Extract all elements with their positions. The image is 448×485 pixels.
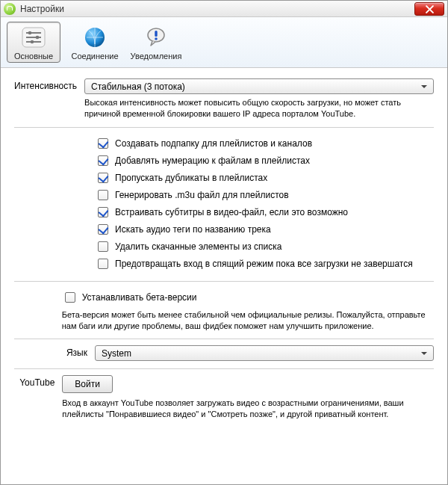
intensity-value: Стабильная (3 потока) (91, 81, 185, 92)
option-checkbox[interactable] (98, 190, 108, 200)
svg-point-6 (31, 40, 34, 44)
row-options: Создавать подпапку для плейлистов и кана… (14, 134, 434, 274)
beta-label[interactable]: Устанавливать бета-версии (82, 292, 197, 303)
close-button[interactable] (414, 2, 444, 16)
app-icon (4, 3, 16, 15)
youtube-login-label: Войти (75, 379, 100, 389)
separator (14, 127, 434, 128)
close-icon (426, 5, 434, 13)
intensity-select[interactable]: Стабильная (3 потока) (84, 78, 434, 94)
option-checkbox[interactable] (98, 138, 108, 149)
option-checkbox[interactable] (98, 224, 108, 235)
tab-notifications[interactable]: Уведомления (129, 22, 183, 63)
row-intensity: Интенсивность Стабильная (3 потока) Высо… (14, 78, 434, 120)
svg-rect-9 (155, 31, 157, 37)
option-row: Встраивать субтитры в видео-файл, если э… (95, 205, 434, 220)
option-row: Искать аудио теги по названию трека (95, 222, 434, 237)
option-label[interactable]: Предотвращать вход в спящий режим пока в… (115, 259, 413, 269)
alert-icon (143, 25, 169, 50)
option-label[interactable]: Пропускать дубликаты в плейлистах (115, 173, 267, 183)
option-label[interactable]: Искать аудио теги по названию трека (115, 224, 271, 235)
window-title: Настройки (20, 4, 64, 14)
youtube-label: YouTube (14, 375, 62, 388)
separator (14, 368, 434, 369)
intensity-label: Интенсивность (14, 78, 84, 91)
row-youtube: YouTube Войти Вход в аккаунт YouTube поз… (14, 375, 434, 420)
toolbar: Основные Соединение (1, 17, 447, 68)
option-checkbox[interactable] (98, 155, 108, 166)
svg-point-5 (36, 36, 40, 40)
tab-connection-label: Соединение (71, 52, 118, 61)
option-checkbox[interactable] (98, 173, 108, 183)
tab-general-label: Основные (14, 52, 53, 61)
option-label[interactable]: Создавать подпапку для плейлистов и кана… (115, 138, 312, 149)
row-beta: Устанавливать бета-версии Бета-версия мо… (14, 288, 434, 332)
option-label[interactable]: Генерировать .m3u файл для плейлистов (115, 190, 289, 200)
option-label[interactable]: Удалить скачанные элементы из списка (115, 241, 281, 252)
option-row: Предотвращать вход в спящий режим пока в… (95, 256, 434, 271)
svg-point-10 (155, 37, 158, 40)
tab-connection[interactable]: Соединение (68, 22, 122, 63)
youtube-login-button[interactable]: Войти (62, 375, 113, 393)
option-row: Пропускать дубликаты в плейлистах (95, 170, 434, 185)
sliders-icon (21, 25, 46, 50)
option-row: Добавлять нумерацию к файлам в плейлиста… (95, 153, 434, 168)
separator (14, 339, 434, 339)
row-language: Язык System (14, 345, 434, 361)
svg-point-4 (28, 31, 32, 35)
option-checkbox[interactable] (98, 207, 108, 217)
tab-notifications-label: Уведомления (131, 52, 182, 61)
language-value: System (102, 348, 131, 359)
beta-checkbox[interactable] (65, 292, 75, 303)
language-select[interactable]: System (95, 345, 434, 361)
youtube-hint: Вход в аккаунт YouTube позволяет загружа… (62, 398, 434, 420)
option-label[interactable]: Добавлять нумерацию к файлам в плейлиста… (115, 155, 310, 166)
option-checkbox[interactable] (98, 241, 108, 252)
settings-content: Интенсивность Стабильная (3 потока) Высо… (1, 68, 447, 427)
language-label: Язык (14, 345, 95, 358)
titlebar: Настройки (1, 1, 447, 17)
option-row: Генерировать .m3u файл для плейлистов (95, 188, 434, 203)
option-row: Создавать подпапку для плейлистов и кана… (95, 136, 434, 151)
beta-hint: Бета-версия может быть менее стабильной … (62, 309, 434, 332)
option-row: Удалить скачанные элементы из списка (95, 239, 434, 254)
globe-icon (82, 25, 108, 50)
tab-general[interactable]: Основные (7, 22, 60, 63)
separator (14, 281, 434, 282)
intensity-hint: Высокая интенсивность может повысить общ… (84, 97, 434, 120)
option-label[interactable]: Встраивать субтитры в видео-файл, если э… (115, 207, 348, 217)
option-checkbox[interactable] (98, 259, 108, 269)
